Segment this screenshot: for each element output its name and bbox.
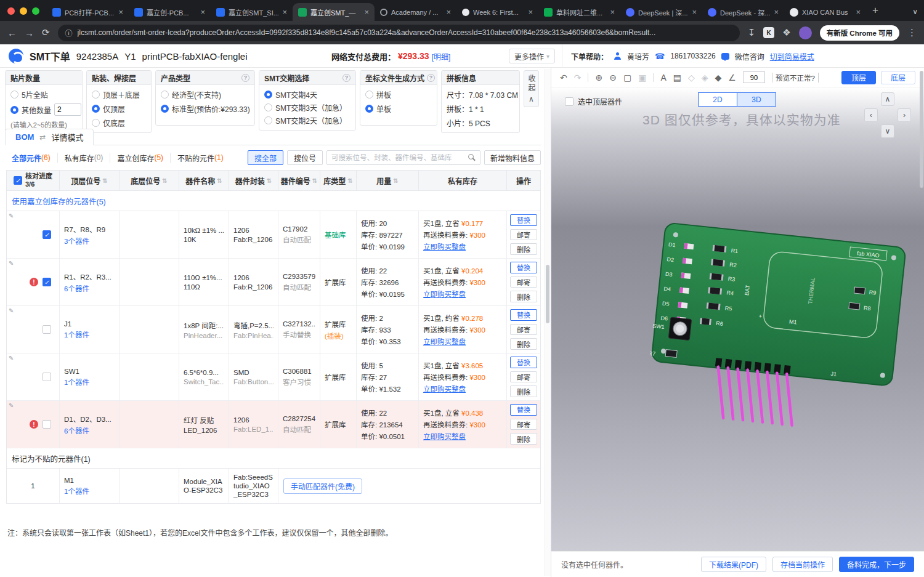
detail-mode-label[interactable]: 详情模式 [51, 131, 83, 143]
sort-icon[interactable]: ⇅ [217, 177, 222, 184]
tab-close-icon[interactable]: × [692, 7, 697, 17]
browser-tab-deepseek-1[interactable]: DeepSeek | 深...× [620, 3, 702, 21]
profile-avatar[interactable] [799, 26, 812, 39]
search-icon[interactable] [468, 154, 476, 161]
refresh-icon[interactable]: ⟳ [42, 27, 50, 38]
more-actions-button[interactable]: 更多操作 ▾ [509, 49, 555, 63]
ref-count-link[interactable]: 3个器件 [64, 236, 115, 246]
edit-icon[interactable]: ✎ [9, 260, 14, 267]
tab-close-icon[interactable]: × [364, 7, 369, 17]
tab-close-icon[interactable]: × [528, 7, 533, 17]
browser-tab-academany[interactable]: Academany / ...× [375, 3, 456, 21]
product-option-economy[interactable]: 经济型(不支持) [161, 89, 249, 100]
new-tab-button[interactable]: + [866, 4, 885, 21]
zoom-out-icon[interactable]: ⊖ [609, 73, 617, 83]
select-top-checkbox[interactable] [565, 97, 573, 106]
angle-tool-icon[interactable]: ∠ [728, 73, 736, 83]
row-checkbox[interactable] [43, 373, 51, 381]
browser-tab-pcb-helper[interactable]: 嘉立创-PCB...× [129, 3, 211, 21]
pcb-3d-render[interactable]: fab XIAO D1 D2 D3 D4 D5 D6 R1 [650, 218, 915, 495]
help-icon[interactable]: ? [342, 74, 351, 82]
manual-match-button[interactable]: 手动匹配器件(免费) [283, 478, 362, 494]
radio-icon[interactable] [365, 91, 373, 99]
tab-close-icon[interactable]: × [200, 7, 205, 17]
search-refdes-button[interactable]: 搜位号 [287, 150, 323, 165]
col-footprint[interactable]: 器件封装⇅ [229, 171, 278, 191]
browser-tab-xiao-can[interactable]: XIAO CAN Bus× [784, 3, 866, 21]
col-top-refdes[interactable]: 顶层位号⇅ [60, 171, 120, 191]
forward-icon[interactable]: → [25, 28, 34, 38]
tab-close-icon[interactable]: × [610, 7, 615, 17]
row-checkbox[interactable] [43, 325, 51, 334]
col-bottom-refdes[interactable]: 底层位号⇅ [120, 171, 179, 191]
row-checkbox[interactable] [43, 420, 51, 429]
coord-option-panel[interactable]: 拼板 [365, 89, 432, 100]
sort-icon[interactable]: ⇅ [102, 177, 107, 184]
fee-detail-link[interactable]: [明细] [432, 51, 451, 62]
qty-option-other[interactable]: 其他数量 [10, 103, 77, 116]
ref-count-link[interactable]: 1个器件 [64, 486, 115, 496]
download-pdf-button[interactable]: 下载结果(PDF) [701, 557, 766, 572]
edit-icon[interactable]: ✎ [9, 307, 14, 314]
grid-tool-icon[interactable]: ▤ [673, 73, 681, 83]
mail-button[interactable]: 邮寄 [510, 276, 537, 288]
buy-reel-link[interactable]: 立即购买整盘 [423, 336, 502, 346]
help-icon[interactable]: ? [427, 74, 435, 82]
delete-button[interactable]: 删除 [510, 291, 537, 302]
ref-count-link[interactable]: 1个器件 [64, 377, 115, 387]
radio-icon-checked[interactable] [264, 91, 272, 99]
table-row-r7r8r9[interactable]: ✎✓ R7、R8、R93个器件 10kΩ ±1% ...10K 1206Fab:… [7, 211, 540, 259]
sort-icon[interactable]: ⇅ [347, 177, 352, 184]
ref-count-link[interactable]: 6个器件 [64, 426, 115, 435]
collapse-button[interactable]: 收起 ∧ [524, 70, 539, 107]
col-usage[interactable]: 用量⇅ [357, 171, 419, 191]
tab-close-icon[interactable]: × [446, 7, 451, 17]
browser-tab-pcb-order[interactable]: PCB打样-PCB...× [47, 3, 129, 21]
qty-input[interactable] [54, 103, 81, 116]
product-option-standard[interactable]: 标准型(预估价:¥293.33) [161, 103, 249, 114]
extensions-icon[interactable]: ❖ [782, 27, 790, 38]
filter-private-stock[interactable]: 私有库存(0) [58, 153, 111, 163]
replace-button[interactable]: 替换 [510, 357, 537, 368]
bottom-layer-button[interactable]: 底层 [881, 71, 915, 84]
sort-icon[interactable]: ⇅ [267, 177, 272, 184]
select-all-checkbox[interactable]: ✓ [14, 176, 22, 185]
lead-option-3d[interactable]: SMT交期3天（加急） [264, 102, 351, 113]
fit-view-icon[interactable]: ▢ [623, 73, 631, 83]
kami-extension-icon[interactable]: K [763, 27, 774, 38]
tab-close-icon[interactable]: × [118, 7, 123, 17]
table-row-r1r2r3[interactable]: ✎!✓ R1、R2、R3...6个器件 110Ω ±1%...110Ω 1206… [7, 259, 540, 306]
sort-icon[interactable]: ⇅ [162, 177, 167, 184]
delete-button[interactable]: 删除 [510, 433, 537, 445]
delete-button[interactable]: 删除 [510, 338, 537, 350]
window-scrollbar-thumb[interactable] [920, 71, 923, 188]
browser-tab-smt-1[interactable]: 嘉立创SMT_SI...× [211, 3, 293, 21]
search-box[interactable] [326, 150, 480, 165]
row-checkbox[interactable]: ✓ [43, 230, 51, 239]
tab-close-icon[interactable]: × [856, 7, 861, 17]
delete-button[interactable]: 删除 [510, 243, 537, 255]
search-all-button[interactable]: 搜全部 [248, 150, 283, 165]
table-row-j1[interactable]: ✎ J11个器件 1x8P 间距:...PinHeader... 弯插,P=2.… [7, 306, 540, 353]
browser-tab-deepseek-2[interactable]: DeepSeek - 探...× [702, 3, 784, 21]
buy-reel-link[interactable]: 立即购买整盘 [423, 241, 502, 251]
table-row-m1[interactable]: 1 M11个器件 Module_XIAO-ESP32C3 Fab:SeeedSt… [7, 469, 540, 503]
pcb-3d-canvas[interactable]: 选中顶层器件 2D 3D 3D 图仅供参考，具体以实物为准 ∧ ‹ › ∨ [551, 87, 924, 551]
edit-icon[interactable]: ✎ [9, 355, 14, 361]
table-row-d1d2d3[interactable]: ✎! D1、D2、D3...6个器件 红灯 反贴LED_1206 1206Fab… [7, 401, 540, 448]
ref-count-link[interactable]: 1个器件 [64, 329, 115, 339]
mail-button[interactable]: 邮寄 [510, 229, 537, 241]
radio-icon[interactable] [161, 91, 169, 99]
replace-button[interactable]: 替换 [510, 404, 537, 416]
sort-icon[interactable]: ⇅ [312, 177, 317, 184]
site-info-icon[interactable]: ⓘ [65, 28, 73, 38]
select-top-parts-option[interactable]: 选中顶层器件 [565, 96, 622, 107]
layer-option-both[interactable]: 顶层＋底层 [92, 89, 146, 100]
chrome-update-button[interactable]: 有新版 Chrome 可用 [820, 25, 899, 41]
radio-icon[interactable] [264, 103, 272, 111]
radio-icon[interactable] [92, 91, 100, 99]
radio-icon-checked[interactable] [365, 105, 373, 113]
replace-button[interactable]: 替换 [510, 262, 537, 273]
crop-icon[interactable]: ▣ [638, 73, 646, 83]
col-part-number[interactable]: 器件编号⇅ [278, 171, 320, 191]
